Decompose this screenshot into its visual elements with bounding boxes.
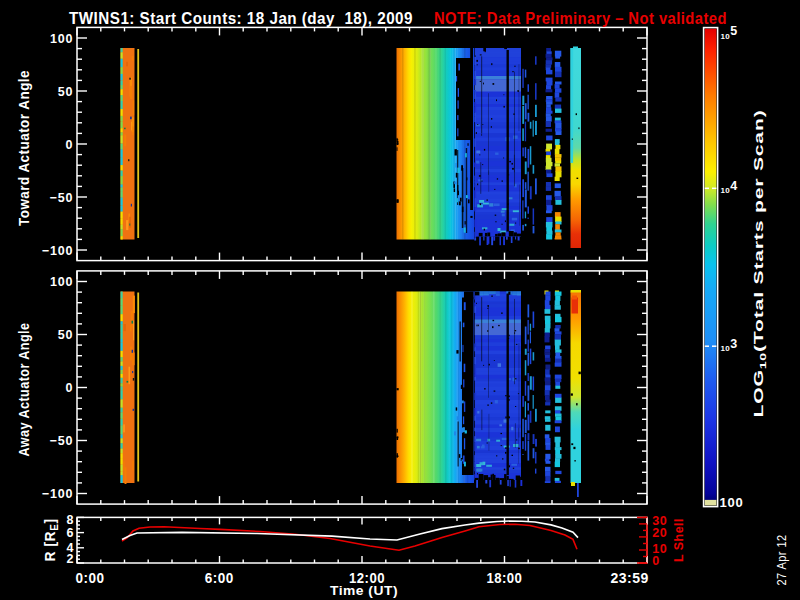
svg-text:100: 100	[50, 275, 73, 289]
svg-text:−100: −100	[42, 244, 73, 258]
svg-text:LOG10(Total Starts per Scan): LOG10(Total Starts per Scan)	[751, 110, 768, 418]
svg-text:−50: −50	[50, 434, 74, 448]
svg-text:100: 100	[720, 495, 744, 510]
svg-text:50: 50	[58, 328, 74, 342]
svg-text:TWINS1: Start Counts: 18 Jan (: TWINS1: Start Counts: 18 Jan (day 18), 2…	[69, 10, 413, 27]
svg-text:100: 100	[50, 32, 73, 46]
svg-text:18:00: 18:00	[486, 570, 522, 586]
svg-text:L Shell: L Shell	[671, 518, 686, 562]
svg-text:0: 0	[652, 554, 659, 568]
svg-text:2: 2	[67, 552, 74, 566]
svg-text:Away Actuator Angle: Away Actuator Angle	[16, 323, 32, 457]
svg-text:50: 50	[58, 85, 74, 99]
svg-text:Toward Actuator Angle: Toward Actuator Angle	[16, 70, 32, 226]
svg-text:NOTE: Data Preliminary – Not v: NOTE: Data Preliminary – Not validated	[434, 10, 727, 27]
svg-text:20: 20	[652, 526, 667, 540]
svg-text:8: 8	[67, 513, 74, 527]
svg-text:−50: −50	[50, 191, 74, 205]
svg-text:27 Apr 12: 27 Apr 12	[775, 535, 789, 586]
svg-text:−100: −100	[42, 487, 73, 501]
svg-text:0: 0	[65, 138, 73, 152]
svg-text:6:00: 6:00	[205, 570, 234, 586]
svg-text:23:59: 23:59	[610, 570, 649, 586]
svg-text:0: 0	[65, 381, 73, 395]
svg-text:0:00: 0:00	[76, 570, 105, 586]
svg-text:6: 6	[67, 526, 74, 540]
svg-text:Time (UT): Time (UT)	[330, 583, 398, 598]
